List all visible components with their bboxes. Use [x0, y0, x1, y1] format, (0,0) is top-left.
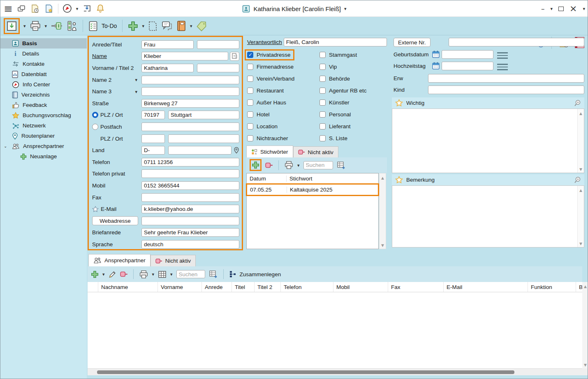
sidebar-item-details[interactable]: i Details [0, 49, 87, 59]
title-dropdown-caret[interactable] [344, 6, 347, 12]
contacts-vscrollbar[interactable] [582, 282, 588, 368]
new-document-icon[interactable] [148, 21, 157, 32]
contacts-search-input[interactable] [176, 270, 205, 278]
geburtsdatum-calendar-icon[interactable] [432, 50, 440, 58]
geo-pin-icon[interactable] [234, 147, 239, 154]
print-keywords-button[interactable] [284, 161, 294, 169]
deactivate-keyword-button[interactable] [265, 162, 273, 168]
vorname-input[interactable] [141, 64, 194, 72]
col-email[interactable]: E-Mail [444, 282, 528, 292]
print-button[interactable] [30, 21, 41, 31]
externe-nr-button[interactable]: Externe Nr. [394, 38, 431, 47]
bemerkung-textarea[interactable] [392, 185, 584, 247]
sidebar-item-kontakte[interactable]: Kontakte [0, 59, 87, 69]
connect-icon[interactable] [51, 21, 63, 30]
minimize-caret[interactable] [551, 6, 553, 12]
scroll-up-arrow[interactable] [584, 283, 587, 289]
name3-dropdown-caret[interactable] [135, 89, 137, 95]
col-stichwort[interactable]: Stichwort [287, 176, 378, 182]
plz2-input[interactable] [141, 134, 165, 143]
scroll-up-arrow[interactable] [579, 110, 582, 116]
col-telefon[interactable]: Telefon [281, 282, 333, 292]
checkbox-verein-verband[interactable] [247, 76, 253, 82]
checkbox-behoerde[interactable] [319, 76, 326, 82]
compare-contacts-icon[interactable] [67, 21, 77, 32]
col-anrede[interactable]: Anrede [202, 282, 232, 292]
scroll-down-arrow[interactable] [579, 166, 582, 172]
contacts-table-body[interactable] [88, 292, 582, 368]
info-center-compass-icon[interactable] [63, 4, 72, 13]
name-input[interactable] [141, 52, 228, 60]
name-label[interactable]: Name [92, 53, 107, 59]
tab-contacts-nicht-aktiv[interactable]: Nicht aktiv [150, 255, 196, 266]
close-button[interactable] [569, 4, 577, 13]
col-fax[interactable]: Fax [388, 282, 444, 292]
land-input[interactable] [168, 146, 231, 155]
name2-input[interactable] [141, 76, 239, 84]
externe-nr-input[interactable] [449, 38, 584, 46]
print-contacts-button[interactable] [139, 270, 148, 279]
name2-dropdown-caret[interactable] [135, 77, 137, 83]
erw-input[interactable] [428, 74, 584, 83]
checkbox-location[interactable] [247, 123, 253, 129]
scroll-down-arrow[interactable] [584, 362, 587, 367]
keywords-search-input[interactable] [303, 161, 333, 169]
kind-input[interactable] [428, 86, 584, 94]
tag-icon[interactable] [196, 20, 208, 32]
main-menu-icon[interactable] [4, 3, 13, 14]
titel2-input[interactable] [197, 64, 239, 72]
export-contacts-icon[interactable] [209, 270, 218, 278]
postfach-radio[interactable] [92, 124, 98, 130]
name3-input[interactable] [141, 87, 239, 96]
fax-input[interactable] [141, 193, 239, 202]
sprache-input[interactable] [141, 240, 239, 249]
col-briefanrede[interactable]: Br [576, 282, 582, 292]
col-titel2[interactable]: Titel 2 [255, 282, 281, 292]
geburtsdatum-input[interactable] [442, 50, 493, 59]
briefanrede-input[interactable] [141, 228, 239, 237]
checkbox-privatadresse[interactable] [247, 52, 253, 58]
compass-dropdown-caret[interactable] [76, 6, 79, 12]
bemerkung-zoom-icon[interactable] [574, 176, 581, 184]
chevron-down-icon[interactable]: ⌄ [4, 144, 7, 148]
checkbox-lieferant[interactable] [319, 123, 326, 129]
contacts-hscrollbar[interactable] [88, 368, 582, 375]
scroll-up-arrow[interactable] [381, 175, 384, 180]
plz-input[interactable] [141, 111, 165, 119]
sidebar-item-neuanlage[interactable]: Neuanlage [0, 151, 87, 162]
print-contacts-caret[interactable] [152, 271, 155, 277]
col-datum[interactable]: Datum [247, 176, 287, 182]
merge-icon[interactable] [229, 270, 236, 278]
tab-stichwoerter[interactable]: Stichwörter [246, 146, 293, 157]
verantwortlich-label[interactable]: Verantwortlich [247, 39, 282, 45]
checkbox-agentur[interactable] [319, 88, 326, 94]
save-button[interactable] [6, 21, 17, 32]
hscroll-thumb[interactable] [97, 370, 514, 374]
deactivate-contact-button[interactable] [120, 271, 128, 277]
postfach-input[interactable] [141, 122, 239, 131]
sidebar-item-buchungsvorschlag[interactable]: Buchungsvorschlag [0, 110, 87, 120]
add-button[interactable] [128, 21, 138, 31]
merge-label[interactable]: Zusammenlegen [240, 271, 281, 277]
grid-view-caret[interactable] [170, 271, 173, 277]
checkbox-kuenstler[interactable] [319, 99, 326, 106]
todo-icon[interactable] [88, 21, 98, 32]
anrede-input[interactable] [141, 40, 194, 49]
add-contact-button[interactable] [91, 270, 99, 278]
email-input[interactable] [141, 205, 239, 213]
sidebar-item-basis[interactable]: Basis [0, 38, 87, 49]
chat-icon[interactable] [161, 21, 173, 31]
checkbox-ausser-haus[interactable] [247, 99, 253, 106]
name-lookup-button[interactable]: ? [230, 52, 239, 61]
favorite-document-icon[interactable] [44, 4, 54, 14]
sidebar-item-ansprechpartner[interactable]: ⌄ Ansprechpartner [0, 141, 87, 151]
col-nachname[interactable]: Nachname [98, 282, 158, 292]
plzort-radio[interactable] [92, 112, 98, 118]
scroll-down-arrow[interactable] [381, 242, 384, 248]
minimize-button[interactable] [541, 5, 545, 12]
telefon-privat-input[interactable] [141, 169, 239, 178]
checkbox-firmenadresse[interactable] [247, 64, 253, 70]
sidebar-item-datenblatt[interactable]: Datenblatt [0, 69, 87, 79]
checkbox-hotel[interactable] [247, 111, 253, 118]
col-mobil[interactable]: Mobil [333, 282, 388, 292]
